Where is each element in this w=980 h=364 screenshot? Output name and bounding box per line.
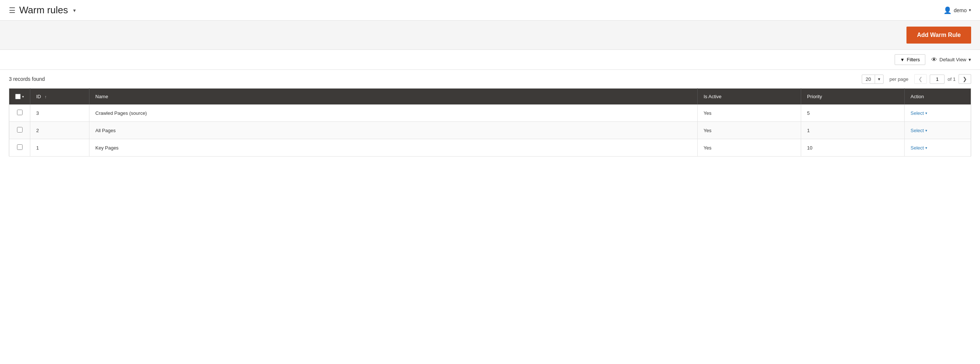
user-icon: 👤 (943, 6, 951, 14)
header-left: ☰ Warm rules ▾ (9, 5, 76, 16)
th-priority: Priority (801, 89, 905, 105)
row-name-0: Crawled Pages (source) (89, 104, 698, 122)
th-action-label: Action (910, 94, 924, 99)
prev-page-button[interactable]: ❮ (914, 74, 927, 84)
table-body: 3 Crawled Pages (source) Yes 5 Select ▾ … (9, 104, 971, 157)
warm-rules-table: ▾ ID ↑ Name Is Active Priority Action (9, 88, 971, 157)
th-isactive-label: Is Active (703, 94, 721, 99)
row-checkbox-cell (9, 122, 30, 139)
row-action-0: Select ▾ (905, 104, 971, 122)
sort-icon: ↑ (45, 95, 47, 99)
table-container: ▾ ID ↑ Name Is Active Priority Action (0, 88, 980, 165)
of-label: of 1 (948, 76, 956, 82)
th-id-label: ID (36, 94, 41, 99)
user-name: demo (954, 7, 967, 13)
table-row: 2 All Pages Yes 1 Select ▾ (9, 122, 971, 139)
select-all-checkbox[interactable] (15, 94, 21, 99)
per-page-label: per page (889, 76, 908, 82)
header: ☰ Warm rules ▾ 👤 demo ▾ (0, 0, 980, 21)
row-name-2: Key Pages (89, 139, 698, 157)
select-label-1: Select (910, 128, 924, 133)
per-page-value: 20 (862, 75, 875, 84)
row-isactive-0: Yes (698, 104, 801, 122)
pagination-area: 20 ▼ per page ❮ of 1 ❯ (862, 74, 971, 84)
row-checkbox-1[interactable] (17, 127, 22, 133)
row-checkbox-cell (9, 104, 30, 122)
toolbar: Add Warm Rule (0, 21, 980, 50)
per-page-select[interactable]: 20 ▼ (862, 74, 883, 84)
row-checkbox-cell (9, 139, 30, 157)
th-id[interactable]: ID ↑ (30, 89, 89, 105)
th-checkbox: ▾ (9, 89, 30, 105)
hamburger-icon[interactable]: ☰ (9, 6, 16, 15)
default-view-selector[interactable]: 👁 Default View ▾ (931, 57, 971, 63)
table-row: 1 Key Pages Yes 10 Select ▾ (9, 139, 971, 157)
records-found: 3 records found (9, 76, 45, 82)
table-row: 3 Crawled Pages (source) Yes 5 Select ▾ (9, 104, 971, 122)
default-view-caret-icon: ▾ (969, 57, 971, 62)
row-action-1: Select ▾ (905, 122, 971, 139)
select-button-1[interactable]: Select ▾ (910, 128, 965, 133)
row-action-2: Select ▾ (905, 139, 971, 157)
row-checkbox-2[interactable] (17, 144, 22, 150)
title-caret-icon[interactable]: ▾ (73, 7, 76, 13)
filters-button[interactable]: ▼ Filters (895, 54, 925, 65)
row-isactive-2: Yes (698, 139, 801, 157)
th-isactive: Is Active (698, 89, 801, 105)
select-caret-icon-0: ▾ (925, 111, 927, 115)
page-number-input[interactable] (930, 74, 945, 84)
page-title: Warm rules (19, 5, 68, 16)
user-caret-icon: ▾ (969, 8, 971, 13)
row-priority-1: 1 (801, 122, 905, 139)
th-priority-label: Priority (807, 94, 822, 99)
th-action: Action (905, 89, 971, 105)
add-warm-rule-button[interactable]: Add Warm Rule (907, 27, 971, 44)
row-priority-0: 5 (801, 104, 905, 122)
user-menu[interactable]: 👤 demo ▾ (943, 6, 971, 14)
row-id-2: 1 (30, 139, 89, 157)
next-page-button[interactable]: ❯ (959, 74, 971, 84)
row-checkbox-0[interactable] (17, 110, 22, 115)
select-label-0: Select (910, 111, 924, 116)
row-isactive-1: Yes (698, 122, 801, 139)
eye-icon: 👁 (931, 57, 937, 63)
table-header-row: ▾ ID ↑ Name Is Active Priority Action (9, 89, 971, 105)
default-view-label: Default View (939, 57, 966, 62)
row-id-1: 2 (30, 122, 89, 139)
select-label-2: Select (910, 145, 924, 150)
filter-icon: ▼ (900, 57, 905, 62)
filters-button-label: Filters (907, 57, 920, 62)
filters-bar: ▼ Filters 👁 Default View ▾ (0, 50, 980, 70)
header-checkbox-caret-icon[interactable]: ▾ (22, 95, 24, 98)
select-button-2[interactable]: Select ▾ (910, 145, 965, 150)
records-bar: 3 records found 20 ▼ per page ❮ of 1 ❯ (0, 70, 980, 88)
per-page-caret-icon[interactable]: ▼ (875, 76, 883, 83)
row-priority-2: 10 (801, 139, 905, 157)
th-name: Name (89, 89, 698, 105)
row-id-0: 3 (30, 104, 89, 122)
select-caret-icon-2: ▾ (925, 146, 927, 150)
th-name-label: Name (95, 94, 108, 99)
select-caret-icon-1: ▾ (925, 128, 927, 133)
select-button-0[interactable]: Select ▾ (910, 111, 965, 116)
row-name-1: All Pages (89, 122, 698, 139)
